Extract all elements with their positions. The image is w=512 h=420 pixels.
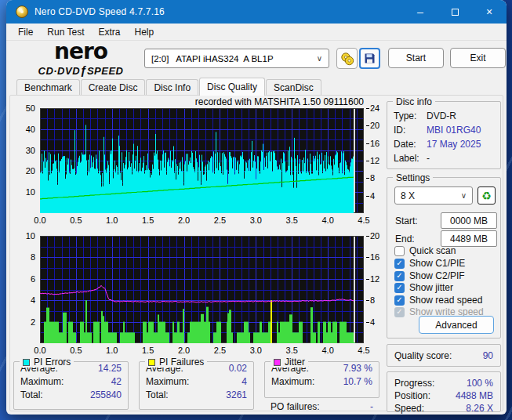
checkbox-show-read-speed[interactable]: ✓Show read speed: [394, 295, 482, 306]
menu-file[interactable]: File: [11, 27, 40, 38]
logo-speed: SPEED: [87, 65, 124, 77]
panel-title-text: Jitter: [285, 357, 305, 368]
legend-swatch-icon: [274, 359, 281, 366]
progress-row: Progress:100 %: [387, 377, 500, 389]
y-tick: 16: [366, 252, 379, 262]
maximize-button[interactable]: [438, 0, 472, 24]
disc-info-row: ID:MBI 01RG40: [387, 123, 500, 137]
y-tick: 4: [366, 317, 375, 327]
info-value: DVD-R: [427, 109, 456, 123]
pi-errors-chart: [40, 108, 364, 213]
maximize-icon: [452, 9, 459, 16]
nero-logo-sub: CD·DVDƒSPEED: [19, 64, 143, 76]
checkbox-quick-scan[interactable]: Quick scan: [394, 245, 456, 256]
x-tick: 2.5: [208, 215, 231, 225]
y-tick: 20: [13, 166, 35, 176]
checkbox-icon: ✓: [394, 259, 405, 269]
logo-slash-icon: ƒ: [80, 63, 87, 77]
tab-scandisc[interactable]: ScanDisc: [266, 79, 321, 96]
minimize-button[interactable]: –: [403, 0, 438, 24]
settings-title: Settings: [393, 172, 433, 183]
checkbox-label: Show C2/PIF: [409, 270, 465, 281]
save-button[interactable]: [359, 48, 380, 69]
stat-value: 0.02: [229, 362, 247, 375]
progress-label: Speed:: [394, 402, 424, 415]
start-button[interactable]: Start: [388, 48, 444, 68]
disc-info-row: Date:17 May 2025: [387, 137, 500, 151]
menu-run-test[interactable]: Run Test: [40, 27, 91, 38]
quality-score-label: Quality score:: [394, 350, 452, 361]
y-tick: 40: [13, 125, 35, 134]
exit-button[interactable]: Exit: [450, 48, 506, 68]
x-tick: 2.0: [172, 215, 196, 225]
stat-label: Maximum:: [271, 375, 314, 389]
checkbox-show-jitter[interactable]: ✓Show jitter: [394, 282, 453, 293]
panel-title: Jitter: [271, 357, 308, 368]
y-tick: 50: [13, 103, 35, 113]
y-tick: 24: [366, 103, 379, 113]
disc-options-button[interactable]: [336, 48, 358, 69]
tab-disc-info[interactable]: Disc Info: [146, 79, 198, 96]
start-field[interactable]: 0000 MB: [441, 212, 497, 229]
quality-score-box: Quality score: 90: [387, 344, 501, 367]
stat-label: Total:: [146, 389, 169, 402]
checkbox-icon: [394, 246, 405, 256]
drive-select-value: [2:0] ATAPI iHAS324 A BL1P: [151, 54, 274, 63]
menu-extra[interactable]: Extra: [91, 27, 127, 38]
x-tick: 3.5: [280, 346, 303, 355]
titlebar[interactable]: Nero CD-DVD Speed 4.7.7.16 – ×: [6, 0, 507, 24]
speed-select-value: 8 X: [401, 190, 415, 201]
start-field-label: Start:: [395, 215, 418, 226]
disc-info-box: Disc info Type:DVD-RID:MBI 01RG40Date:17…: [387, 101, 501, 169]
panel-title: PI Failures: [145, 357, 207, 368]
y-tick: 2: [13, 317, 35, 327]
x-tick: 1.5: [136, 215, 160, 225]
checkbox-show-c2-pif[interactable]: ✓Show C2/PIF: [394, 270, 465, 281]
checkbox-label: Quick scan: [409, 245, 456, 256]
disc-quality-page: recorded with MATSHITA 1.50 09111600 102…: [9, 95, 503, 411]
close-button[interactable]: ×: [472, 0, 507, 24]
refresh-icon: ♻: [481, 190, 492, 202]
pi-errors-box: PI ErrorsAverage:14.25Maximum:42Total:25…: [13, 361, 129, 410]
quality-score-value: 90: [483, 350, 493, 361]
pi-failures-box: PI FailuresAverage:0.02Maximum:4Total:32…: [139, 361, 254, 410]
checkbox-label: Show jitter: [409, 282, 453, 293]
disc-info-row: Type:DVD-R: [387, 109, 500, 123]
checkbox-label: Show C1/PIE: [409, 258, 465, 269]
window-title: Nero CD-DVD Speed 4.7.7.16: [34, 6, 165, 17]
y-tick: 12: [366, 274, 379, 284]
advanced-button[interactable]: Advanced: [419, 316, 494, 334]
info-value: MBI 01RG40: [427, 123, 481, 137]
menu-help[interactable]: Help: [128, 27, 162, 38]
po-failures-row: PO failures:-: [271, 401, 373, 412]
disc-info-rows: Type:DVD-RID:MBI 01RG40Date:17 May 2025L…: [387, 102, 500, 165]
x-tick: 3.5: [280, 215, 303, 225]
stat-value: 14.25: [98, 362, 122, 375]
end-field[interactable]: 4489 MB: [441, 230, 497, 247]
checkbox-show-c1-pie[interactable]: ✓Show C1/PIE: [394, 258, 465, 269]
refresh-drive-button[interactable]: ♻: [478, 186, 496, 205]
tab-create-disc[interactable]: Create Disc: [81, 79, 146, 96]
chevron-down-icon: ∨: [461, 191, 467, 200]
drive-select[interactable]: [2:0] ATAPI iHAS324 A BL1P ∨: [144, 49, 329, 68]
info-label: ID:: [394, 123, 427, 137]
y-tick: 20: [366, 121, 379, 130]
logo-cddvd: CD·DVD: [38, 65, 81, 77]
tab-disc-quality[interactable]: Disc Quality: [199, 78, 265, 96]
y-tick: 16: [366, 139, 379, 148]
progress-label: Position:: [394, 389, 430, 402]
checkbox-icon: ✓: [394, 295, 405, 306]
end-field-label: End:: [395, 234, 415, 244]
stat-label: Maximum:: [20, 375, 64, 389]
po-failures-value: -: [370, 401, 373, 412]
app-window: Nero CD-DVD Speed 4.7.7.16 – × FileRun T…: [6, 0, 507, 415]
stat-row: Maximum:42: [14, 375, 128, 389]
app-icon: [16, 5, 28, 18]
x-tick: 3.0: [244, 346, 267, 355]
panel-title: PI Errors: [20, 357, 74, 368]
stat-value: 4: [241, 375, 247, 389]
nero-logo-word: nero: [19, 41, 143, 63]
speed-select[interactable]: 8 X ∨: [394, 186, 473, 205]
progress-value: 100 %: [467, 377, 493, 389]
tab-benchmark[interactable]: Benchmark: [16, 79, 80, 96]
